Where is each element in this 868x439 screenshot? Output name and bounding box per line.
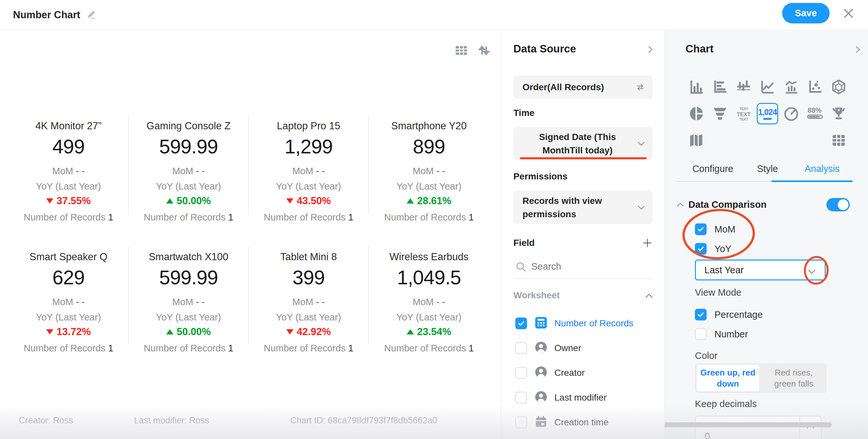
map-chart-icon[interactable] xyxy=(685,129,707,151)
sort-icon[interactable] xyxy=(477,43,491,59)
edit-title-icon[interactable] xyxy=(86,9,98,22)
color-label: Color xyxy=(695,350,717,361)
kpi-card[interactable]: 4K Monitor 27” 499 MoM - - YoY (Last Yea… xyxy=(9,116,129,214)
search-input[interactable] xyxy=(531,259,639,274)
checkbox-unchecked[interactable] xyxy=(515,342,527,354)
collapse-section-icon[interactable] xyxy=(675,200,685,211)
collapse-panel-icon[interactable] xyxy=(645,45,655,56)
card-change: 42.92% xyxy=(286,326,331,338)
number-chart-icon-selected[interactable]: 1,024 xyxy=(757,103,778,124)
color-option-green-up[interactable]: Green up, red down xyxy=(696,365,760,391)
field-row-owner[interactable]: Owner xyxy=(501,340,664,356)
mom-value: - - xyxy=(316,297,325,307)
records-label: Number of Records xyxy=(24,212,105,223)
mom-option[interactable]: MoM xyxy=(695,222,735,236)
combo-chart-icon[interactable] xyxy=(780,76,802,98)
card-value: 399 xyxy=(292,266,325,289)
worksheet-section-label: Worksheet xyxy=(514,290,560,301)
tab-divider xyxy=(676,181,771,182)
datasource-table-select[interactable]: Order(All Records) xyxy=(514,76,653,99)
checkbox-checked[interactable] xyxy=(695,224,707,235)
radar-chart-icon[interactable] xyxy=(828,76,849,98)
yoy-label: YoY (Last Year) xyxy=(276,312,341,323)
tab-analysis[interactable]: Analysis xyxy=(795,164,849,174)
swap-datasource-icon[interactable] xyxy=(635,82,646,95)
records-value: 1 xyxy=(108,343,113,353)
ranking-chart-icon[interactable]: ★ xyxy=(828,103,849,124)
kpi-card[interactable]: Laptop Pro 15 1,299 MoM - - YoY (Last Ye… xyxy=(249,116,369,214)
card-title: Smartwatch X100 xyxy=(149,251,228,263)
scatter-chart-icon[interactable] xyxy=(804,76,826,98)
field-section-label: Field xyxy=(514,238,534,248)
yoy-option-label: YoY xyxy=(714,243,731,254)
close-icon[interactable] xyxy=(842,7,855,20)
down-triangle-icon xyxy=(46,198,53,204)
percentage-option[interactable]: Percentage xyxy=(695,308,763,322)
chart-settings-panel: Chart TEXTTEXTTEXT 1,024 88% ★ Configure… xyxy=(664,30,868,439)
tab-style[interactable]: Style xyxy=(740,164,795,174)
kpi-card[interactable]: Gaming Console Z 599.99 MoM - - YoY (Las… xyxy=(129,116,249,214)
kpi-card[interactable]: Tablet Mini 8 399 MoM - - YoY (Last Year… xyxy=(249,246,369,345)
data-comparison-toggle-on[interactable] xyxy=(826,198,850,211)
pie-chart-icon[interactable] xyxy=(685,103,707,124)
view-as-table-icon[interactable] xyxy=(454,43,468,59)
collapse-worksheet-icon[interactable] xyxy=(644,291,654,302)
gauge-chart-icon[interactable] xyxy=(780,103,802,124)
tab-configure[interactable]: Configure xyxy=(685,164,740,174)
card-value: 599.99 xyxy=(159,135,218,158)
add-field-icon[interactable] xyxy=(642,237,653,250)
checkbox-checked[interactable] xyxy=(515,318,527,329)
checkbox-unchecked[interactable] xyxy=(515,392,527,404)
chevron-down-icon[interactable] xyxy=(807,266,817,278)
mom-label: MoM xyxy=(52,297,73,307)
checkbox-unchecked[interactable] xyxy=(515,367,527,379)
kpi-card[interactable]: Wireless Earbuds 1,049.5 MoM - - YoY (La… xyxy=(369,246,489,345)
yoy-label: YoY (Last Year) xyxy=(276,181,341,192)
kpi-card[interactable]: Smartwatch X100 599.99 MoM - - YoY (Last… xyxy=(129,246,249,345)
decimals-stepper[interactable]: 0 xyxy=(695,416,822,439)
field-row-creator[interactable]: Creator xyxy=(501,365,664,381)
field-label: Number of Records xyxy=(554,318,633,329)
kpi-card[interactable]: Smartphone Y20 899 MoM - - YoY (Last Yea… xyxy=(369,116,489,214)
column-chart-icon[interactable] xyxy=(685,76,707,98)
card-change: 37.55% xyxy=(46,195,91,207)
field-row-last-modifier[interactable]: Last modifier xyxy=(501,390,664,406)
card-title: Smartphone Y20 xyxy=(391,120,467,132)
last-modifier-info: Last modifier: Ross xyxy=(134,415,209,426)
yoy-period-dropdown[interactable]: Last Year xyxy=(695,260,826,281)
checkbox-checked[interactable] xyxy=(695,243,707,255)
field-row-number-of-records[interactable]: Number of Records xyxy=(501,316,664,331)
horizontal-scrollbar[interactable] xyxy=(664,422,832,427)
data-comparison-section: Data Comparison xyxy=(665,197,868,212)
pivot-table-icon[interactable] xyxy=(828,129,849,151)
permissions-value: Records with view permissions xyxy=(523,194,620,221)
progress-chart-icon[interactable]: 88% xyxy=(804,103,826,124)
time-field-select[interactable]: Signed Date (This MonthTill today) xyxy=(514,127,653,160)
checkbox-unchecked[interactable] xyxy=(515,416,527,428)
checkbox-checked[interactable] xyxy=(695,309,707,320)
line-chart-icon[interactable] xyxy=(757,76,778,98)
card-value: 629 xyxy=(52,266,85,289)
checkbox-unchecked[interactable] xyxy=(695,328,707,340)
collapse-panel-icon[interactable] xyxy=(853,45,863,56)
save-button[interactable]: Save xyxy=(782,3,830,24)
yoy-label: YoY (Last Year) xyxy=(156,312,221,323)
kpi-card[interactable]: Smart Speaker Q 629 MoM - - YoY (Last Ye… xyxy=(9,246,129,345)
word-cloud-icon[interactable]: TEXTTEXTTEXT xyxy=(733,103,754,124)
yoy-option[interactable]: YoY xyxy=(695,242,731,256)
mom-label: MoM xyxy=(52,166,73,176)
card-change: 23.54% xyxy=(407,326,451,338)
field-row-creation-time[interactable]: Creation time xyxy=(501,415,664,430)
bidirectional-bar-chart-icon[interactable] xyxy=(733,76,754,98)
bar-chart-icon[interactable] xyxy=(709,76,731,98)
number-option[interactable]: Number xyxy=(695,327,748,341)
funnel-chart-icon[interactable] xyxy=(709,103,731,124)
yoy-period-value: Last Year xyxy=(704,265,744,275)
mom-label: MoM xyxy=(292,166,313,176)
records-label: Number of Records xyxy=(264,212,345,223)
datasource-table-name: Order(All Records) xyxy=(523,82,604,92)
color-option-red-up[interactable]: Red rises, green falls xyxy=(761,363,827,393)
permissions-select[interactable]: Records with view permissions xyxy=(514,191,653,224)
up-triangle-icon xyxy=(407,198,414,204)
stepper-up-icon[interactable] xyxy=(799,416,821,439)
